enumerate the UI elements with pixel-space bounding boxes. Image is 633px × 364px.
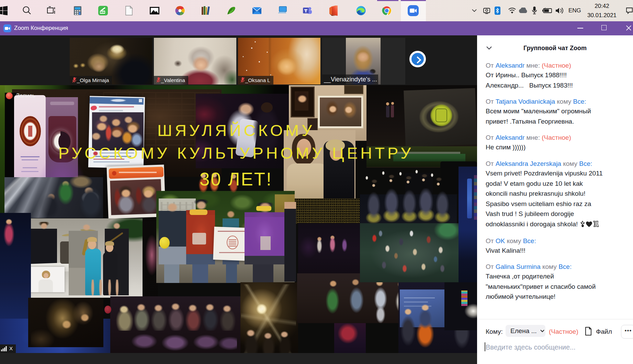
- svg-text:123: 123: [102, 12, 104, 13]
